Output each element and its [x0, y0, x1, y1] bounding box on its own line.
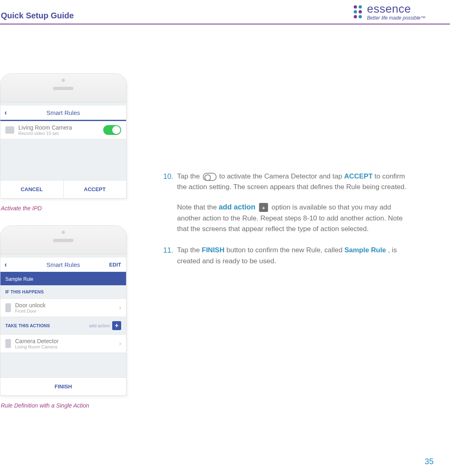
- step-number: 11.: [163, 245, 173, 267]
- instructions: 10. Tap the to activate the Camera Detec…: [163, 73, 408, 423]
- action-subtitle: Living Room Camera: [15, 344, 59, 349]
- nav-bar: ‹ Smart Rules EDIT: [0, 258, 126, 273]
- camera-rule-row[interactable]: Living Room Camera Record video 15 sec: [0, 121, 126, 139]
- actions-section-label: TAKE THIS ACTIONS: [5, 323, 50, 328]
- step-text: button to confirm the new Rule, called: [226, 246, 344, 254]
- brand-logo-icon: [352, 4, 363, 19]
- door-icon: [5, 303, 11, 312]
- action-row[interactable]: Camera Detector Living Room Camera ›: [0, 335, 126, 353]
- brand-tagline: Better life made possible™: [367, 15, 426, 20]
- step-text: Note that the: [177, 203, 219, 211]
- figure-caption-2: Rule Definition with a Single Action: [1, 402, 131, 409]
- nav-bar: ‹ Smart Rules: [0, 106, 126, 121]
- edit-button[interactable]: EDIT: [109, 262, 121, 268]
- svg-point-1: [359, 5, 362, 9]
- back-icon[interactable]: ‹: [4, 260, 7, 269]
- add-action-keyword: add action: [219, 203, 255, 211]
- step-text: Tap the: [177, 246, 202, 254]
- detector-icon: [5, 339, 11, 348]
- trigger-row[interactable]: Door unlock Front Door ›: [0, 299, 126, 317]
- sensor-icon: [62, 79, 65, 82]
- sample-rule-keyword: Sample Rule: [344, 246, 386, 254]
- sensor-icon: [62, 231, 65, 234]
- trigger-subtitle: Front Door: [15, 309, 46, 313]
- chevron-right-icon: ›: [119, 340, 121, 347]
- nav-title: Smart Rules: [47, 261, 80, 268]
- brand-block: essence Better life made possible™: [352, 3, 426, 20]
- step-text: Tap the: [177, 172, 202, 180]
- cancel-button[interactable]: CANCEL: [0, 181, 63, 198]
- figure-caption-1: Activate the IPD: [1, 205, 131, 212]
- empty-area: [0, 353, 126, 377]
- svg-point-4: [354, 15, 357, 18]
- guide-title: Quick Setup Guide: [1, 11, 74, 20]
- status-bar: [0, 254, 126, 258]
- page-number: 35: [425, 457, 434, 466]
- row-subtitle: Record video 15 sec: [18, 131, 72, 136]
- if-section-label: IF THIS HAPPENS: [5, 289, 44, 294]
- row-title: Living Room Camera: [18, 124, 72, 131]
- svg-point-3: [359, 10, 362, 13]
- step-number: 10.: [163, 171, 173, 234]
- speaker-icon: [53, 87, 73, 90]
- plus-icon: +: [259, 203, 268, 212]
- empty-area: [0, 139, 126, 180]
- accept-button[interactable]: ACCEPT: [63, 181, 126, 198]
- finish-keyword: FINISH: [202, 246, 225, 254]
- brand-name: essence: [367, 3, 426, 15]
- add-action-button[interactable]: +: [112, 321, 121, 330]
- rule-name-banner: Sample Rule: [0, 273, 126, 285]
- phone-bezel: [0, 74, 126, 102]
- back-icon[interactable]: ‹: [4, 108, 7, 117]
- step-11: 11. Tap the FINISH button to confirm the…: [163, 245, 408, 267]
- trigger-title: Door unlock: [15, 302, 46, 309]
- chevron-right-icon: ›: [119, 304, 121, 311]
- step-text: to activate the Camera Detector and tap: [219, 172, 344, 180]
- if-section-header: IF THIS HAPPENS: [0, 285, 126, 299]
- speaker-icon: [53, 239, 73, 242]
- svg-point-2: [354, 10, 357, 13]
- phone-mock-activate-ipd: ‹ Smart Rules Living Room Camera Record …: [0, 73, 126, 198]
- add-action-hint: add action: [89, 323, 110, 328]
- phone-bezel: [0, 226, 126, 254]
- svg-point-0: [354, 5, 357, 9]
- page-header: Quick Setup Guide essence Better life ma…: [0, 0, 450, 24]
- step-10: 10. Tap the to activate the Camera Detec…: [163, 171, 408, 234]
- actions-section-header: TAKE THIS ACTIONS add action +: [0, 317, 126, 335]
- nav-title: Smart Rules: [47, 109, 80, 116]
- camera-icon: [5, 126, 14, 134]
- finish-button[interactable]: FINISH: [0, 377, 126, 395]
- phone-mock-rule-definition: ‹ Smart Rules EDIT Sample Rule IF THIS H…: [0, 225, 126, 396]
- activate-toggle[interactable]: [103, 125, 121, 135]
- accept-keyword: ACCEPT: [344, 172, 372, 180]
- status-bar: [0, 102, 126, 106]
- toggle-icon: [203, 173, 217, 181]
- action-title: Camera Detector: [15, 338, 59, 344]
- svg-point-5: [359, 15, 362, 18]
